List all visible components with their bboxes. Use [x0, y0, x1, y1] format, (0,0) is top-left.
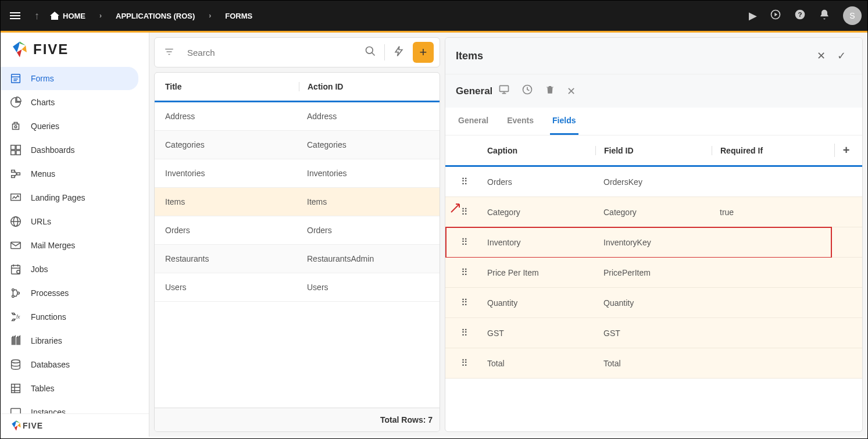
table-row[interactable]: UsersUsers — [155, 273, 440, 302]
sidebar-item-dashboards[interactable]: Dashboards — [1, 138, 138, 162]
help-icon[interactable]: ? — [794, 9, 806, 23]
field-id: GST — [595, 329, 712, 338]
field-caption: Category — [479, 208, 595, 217]
table-row[interactable]: AddressAddress — [155, 102, 440, 131]
sidebar-item-urls[interactable]: URLs — [1, 210, 138, 233]
svg-rect-23 — [12, 266, 20, 274]
breadcrumb-apps[interactable]: APPLICATIONS (ROS) — [116, 12, 195, 20]
drag-handle-icon[interactable] — [450, 267, 479, 278]
tab-fields[interactable]: Fields — [550, 108, 578, 135]
drag-handle-icon[interactable] — [450, 176, 479, 187]
header-action-id[interactable]: Action ID — [299, 82, 435, 91]
table-row[interactable]: CategoriesCategories — [155, 131, 440, 159]
svg-point-27 — [17, 270, 20, 274]
sidebar-item-mail-merges[interactable]: Mail Merges — [1, 234, 138, 257]
topbar-left: ↑ HOME › APPLICATIONS (ROS) › FORMS — [6, 7, 252, 24]
sidebar-item-queries[interactable]: Queries — [1, 115, 138, 138]
breadcrumb-forms[interactable]: FORMS — [225, 12, 252, 20]
field-row[interactable]: InventoryInventoryKey — [445, 227, 862, 258]
sidebar-nav[interactable]: FormsChartsQueriesDashboardsMenusLanding… — [1, 66, 149, 413]
fields-body: OrdersOrdersKeyCategoryCategorytrueInven… — [445, 167, 862, 431]
breadcrumb-sep-2: › — [205, 12, 215, 20]
sidebar-item-forms[interactable]: Forms — [1, 67, 138, 90]
svg-point-32 — [12, 360, 20, 363]
bolt-icon[interactable] — [390, 42, 408, 63]
search-icon[interactable] — [361, 42, 380, 63]
sidebar-item-label: Libraries — [31, 336, 62, 345]
field-row[interactable]: Price Per ItemPricePerItem — [445, 258, 862, 288]
table-row[interactable]: RestaurantsRestaurantsAdmin — [155, 245, 440, 273]
sidebar-item-databases[interactable]: Databases — [1, 353, 138, 376]
search-input[interactable] — [183, 43, 356, 62]
breadcrumb-home[interactable]: HOME — [50, 12, 85, 20]
sidebar-item-libraries[interactable]: Libraries — [1, 329, 138, 352]
list-table-body: AddressAddressCategoriesCategoriesInvent… — [155, 102, 440, 408]
sidebar-item-tables[interactable]: Tables — [1, 377, 138, 400]
list-table-header: Title Action ID — [155, 73, 440, 102]
sidebar-item-label: URLs — [31, 217, 51, 226]
add-field-button[interactable]: + — [834, 144, 858, 157]
up-arrow-icon[interactable]: ↑ — [34, 10, 40, 22]
field-row[interactable]: TotalTotal — [445, 348, 862, 379]
topbar-right: ▶ ? S — [749, 6, 862, 25]
drag-handle-icon[interactable] — [450, 297, 479, 308]
menu-icon[interactable] — [6, 7, 24, 24]
deploy-icon[interactable] — [770, 9, 781, 23]
drag-handle-icon[interactable] — [450, 237, 479, 248]
play-icon[interactable]: ▶ — [749, 9, 757, 22]
header-required-if[interactable]: Required If — [712, 146, 834, 155]
drag-handle-icon[interactable] — [450, 206, 479, 217]
detail-header-1: Items ✕ ✓ — [445, 38, 862, 74]
sidebar-item-label: Forms — [31, 74, 54, 83]
table-row[interactable]: ItemsItems — [155, 188, 440, 216]
field-caption: Quantity — [479, 298, 595, 308]
drag-handle-icon[interactable] — [450, 358, 479, 369]
row-title: Orders — [159, 226, 299, 235]
field-id: InventoryKey — [595, 238, 712, 247]
tab-events[interactable]: Events — [505, 108, 536, 135]
bell-icon[interactable] — [819, 9, 830, 23]
drag-handle-icon[interactable] — [450, 327, 479, 338]
field-required-if: true — [712, 208, 858, 217]
field-id: PricePerItem — [595, 268, 712, 277]
save-icon[interactable]: ✓ — [831, 46, 852, 66]
field-row[interactable]: QuantityQuantity — [445, 288, 862, 318]
sidebar-item-charts[interactable]: Charts — [1, 91, 138, 114]
field-id: Category — [595, 208, 712, 217]
add-button[interactable]: + — [413, 42, 434, 63]
table-row[interactable]: OrdersOrders — [155, 216, 440, 245]
sidebar-item-menus[interactable]: Menus — [1, 162, 138, 185]
user-avatar[interactable]: S — [843, 6, 862, 25]
sidebar-item-functions[interactable]: fxFunctions — [1, 305, 138, 329]
sidebar-item-label: Charts — [31, 98, 55, 107]
filter-icon[interactable] — [160, 43, 178, 62]
sidebar-item-instances[interactable]: Instances — [1, 401, 138, 413]
field-row[interactable]: OrdersOrdersKey — [445, 167, 862, 197]
sidebar-item-processes[interactable]: Processes — [1, 281, 138, 305]
header-field-id[interactable]: Field ID — [595, 146, 712, 155]
field-row[interactable]: CategoryCategorytrue — [445, 197, 862, 227]
header-title[interactable]: Title — [159, 82, 299, 91]
sidebar-item-jobs[interactable]: Jobs — [1, 258, 138, 281]
table-row[interactable]: InventoriesInventories — [155, 159, 440, 188]
row-action-id: Users — [299, 283, 435, 292]
row-title: Address — [159, 112, 299, 121]
sidebar-item-landing-pages[interactable]: Landing Pages — [1, 186, 138, 209]
sidebar-item-label: Instances — [31, 408, 66, 413]
field-id: Quantity — [595, 298, 712, 308]
field-row[interactable]: GSTGST — [445, 318, 862, 348]
sidebar-icon — [9, 381, 23, 395]
footer-logo: FIVE — [1, 413, 149, 437]
tab-general[interactable]: General — [456, 108, 491, 135]
history-icon[interactable] — [516, 80, 539, 102]
header-caption[interactable]: Caption — [479, 146, 595, 155]
cancel-icon[interactable]: ✕ — [811, 46, 831, 66]
detail-panel: Items ✕ ✓ General ✕ GeneralEventsFie — [445, 33, 867, 437]
logo-icon — [10, 40, 30, 59]
row-action-id: Categories — [299, 140, 435, 149]
close-icon[interactable]: ✕ — [561, 81, 581, 101]
delete-icon[interactable] — [539, 81, 561, 101]
screen-icon[interactable] — [492, 80, 516, 102]
home-icon — [50, 12, 59, 20]
detail-tabs: GeneralEventsFields — [445, 108, 862, 135]
